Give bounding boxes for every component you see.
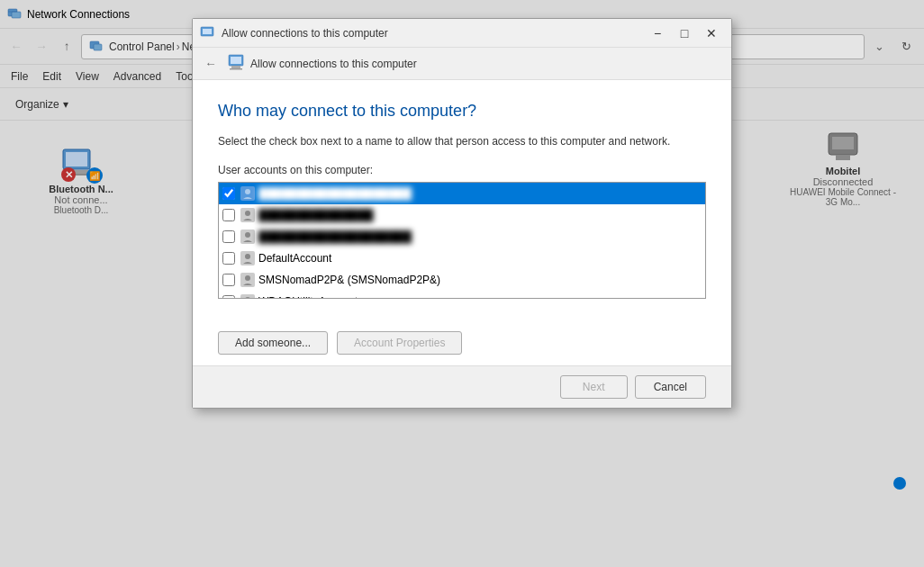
svg-rect-15 [203,29,212,34]
user-list-item[interactable]: DefaultAccount [219,248,705,269]
dialog-heading: Who may connect to this computer? [218,102,706,121]
user-name-5: WDAGUtilityAccount [258,295,702,299]
dialog-footer-buttons: Add someone... Account Properties [193,320,731,365]
dialog-users-label: User accounts on this computer: [218,164,706,176]
user-list-item[interactable]: WDAGUtilityAccount [219,291,705,299]
dialog-close-button[interactable]: ✕ [699,23,724,43]
user-checkbox-2[interactable] [222,230,235,243]
user-checkbox-4[interactable] [222,274,235,286]
next-button[interactable]: Next [560,375,628,399]
user-name-2: ████████████████████ [258,230,702,243]
dialog-title-text: Allow connections to this computer [222,27,388,40]
user-name-0: ████████████████████ [258,187,702,200]
user-avatar-5 [240,294,255,299]
account-properties-button[interactable]: Account Properties [337,331,462,355]
user-avatar-4 [240,273,255,287]
user-checkbox-3[interactable] [222,252,235,265]
svg-rect-18 [231,66,240,68]
allow-connections-dialog: Allow connections to this computer − □ ✕… [192,18,732,409]
svg-rect-19 [230,68,242,70]
user-checkbox-1[interactable] [222,209,235,221]
user-list: ████████████████████ ███████████████ [218,182,706,299]
svg-point-21 [245,211,250,216]
user-checkbox-5[interactable] [222,295,235,299]
svg-point-25 [245,297,250,299]
user-name-1: ███████████████ [258,209,702,221]
user-avatar-1 [240,208,255,222]
user-name-4: SMSNomadP2P& (SMSNomadP2P&) [258,274,702,286]
dialog-minimize-button[interactable]: − [645,23,670,43]
svg-point-20 [245,189,250,194]
svg-point-22 [245,232,250,238]
svg-point-24 [245,275,250,281]
dialog-overlay: Allow connections to this computer − □ ✕… [0,0,924,567]
user-avatar-3 [240,251,255,266]
dialog-title-icon [200,24,214,41]
dialog-maximize-button[interactable]: □ [672,23,697,43]
dialog-controls: − □ ✕ [645,23,724,43]
add-someone-button[interactable]: Add someone... [218,331,328,355]
user-list-item[interactable]: ████████████████████ [219,183,705,204]
user-list-item[interactable]: ███████████████ [219,204,705,226]
user-list-item[interactable]: SMSNomadP2P& (SMSNomadP2P&) [219,269,705,291]
user-list-item[interactable]: ████████████████████ [219,226,705,248]
dialog-nav-title: Allow connections to this computer [250,58,417,70]
svg-rect-17 [231,57,241,64]
svg-point-23 [245,254,250,259]
user-avatar-0 [240,186,255,201]
dialog-nav-icon [227,53,245,74]
dialog-title-left: Allow connections to this computer [200,24,388,41]
user-checkbox-0[interactable] [222,187,235,200]
dialog-titlebar: Allow connections to this computer − □ ✕ [193,19,731,48]
dialog-action-bar: Next Cancel [193,365,731,408]
dialog-back-button[interactable]: ← [200,53,222,75]
user-name-3: DefaultAccount [258,252,702,265]
dialog-nav-bar: ← Allow connections to this computer [193,48,731,80]
cancel-button[interactable]: Cancel [635,375,706,399]
dialog-description: Select the check box next to a name to a… [218,133,706,149]
user-avatar-2 [240,230,255,244]
dialog-body: Who may connect to this computer? Select… [193,80,731,320]
